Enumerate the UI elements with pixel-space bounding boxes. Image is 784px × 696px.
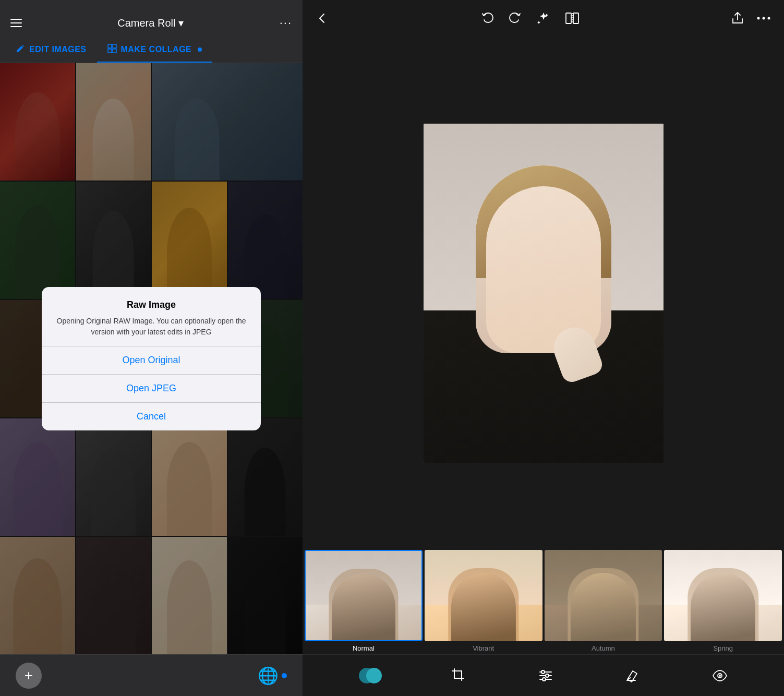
right-header-center [477,8,583,29]
raw-image-dialog: Raw Image Opening Original RAW Image. Yo… [42,287,261,430]
right-bottom-toolbar [303,654,784,696]
filter-normal-label: Normal [353,641,375,654]
make-collage-label: MAKE COLLAGE [121,45,192,54]
svg-point-18 [719,675,721,677]
dialog-overlay: Raw Image Opening Original RAW Image. Yo… [0,63,303,654]
svg-point-8 [763,17,765,20]
svg-point-13 [541,670,545,674]
left-panel: Camera Roll ▾ ··· EDIT IMAGES [0,0,303,696]
filter-vibrant-label: Vibrant [473,641,494,654]
left-bottom-bar: + 🌐 [0,654,303,696]
svg-rect-0 [108,44,112,48]
open-jpeg-button[interactable]: Open JPEG [42,375,261,403]
svg-rect-1 [113,44,116,48]
filter-vibrant[interactable]: Vibrant [425,550,542,654]
svg-point-7 [757,17,760,20]
globe-icon: 🌐 [258,666,279,686]
open-original-button[interactable]: Open Original [42,346,261,375]
svg-rect-2 [108,49,112,53]
edit-icon [16,44,25,55]
undo-button[interactable] [477,8,497,28]
eraser-icon [625,668,641,683]
teal-circles-icon [359,665,380,686]
add-button[interactable]: + [16,663,42,689]
dialog-buttons: Open Original Open JPEG Cancel [42,346,261,430]
filter-spring[interactable]: Spring [664,550,782,654]
filter-normal[interactable]: Normal [305,550,423,654]
svg-point-14 [546,674,549,677]
filter-thumb-autumn [545,550,662,641]
right-header-left [313,9,332,28]
tab-make-collage[interactable]: MAKE COLLAGE [97,37,213,63]
main-image-area [303,37,784,550]
filter-strip: Normal Vibrant Autumn Spring [303,550,784,654]
compare-button[interactable] [562,8,583,29]
tab-edit-images[interactable]: EDIT IMAGES [5,37,97,63]
erase-tool-button[interactable] [621,664,645,688]
sliders-icon [538,668,553,683]
filter-autumn[interactable]: Autumn [545,550,662,654]
right-header-right [728,8,774,28]
adjust-tool-button[interactable] [534,664,558,688]
more-options-button[interactable]: ··· [280,16,292,30]
main-photo [424,124,664,463]
view-tool-button[interactable] [708,664,732,688]
magic-button[interactable] [534,8,553,28]
dialog-content: Raw Image Opening Original RAW Image. Yo… [42,287,261,346]
share-button[interactable] [728,8,747,28]
collage-dot [198,47,202,52]
redo-button[interactable] [505,8,525,28]
svg-point-15 [542,678,546,681]
tab-bar: EDIT IMAGES MAKE COLLAGE [0,37,303,63]
crop-tool-button[interactable] [447,664,471,688]
photo-grid: Raw Image Opening Original RAW Image. Yo… [0,63,303,654]
edit-images-label: EDIT IMAGES [29,45,87,54]
more-options-right-button[interactable] [754,13,774,23]
crop-icon [451,668,467,683]
filter-autumn-label: Autumn [592,641,615,654]
eye-icon [712,668,728,683]
dialog-title: Raw Image [52,299,250,310]
cancel-button[interactable]: Cancel [42,403,261,430]
globe-dot [282,673,287,678]
globe-button[interactable]: 🌐 [258,666,287,686]
right-panel: Normal Vibrant Autumn Spring [303,0,784,696]
collage-icon [107,44,117,55]
filter-thumb-spring [664,550,782,641]
svg-rect-4 [566,13,571,23]
svg-rect-5 [573,13,578,23]
color-tool-button[interactable] [355,661,384,690]
svg-rect-3 [113,49,116,53]
camera-roll-title[interactable]: Camera Roll ▾ [117,17,184,29]
back-button[interactable] [313,9,332,28]
svg-point-9 [768,17,770,20]
filter-spring-label: Spring [713,641,733,654]
filter-thumb-vibrant [425,550,542,641]
hamburger-menu[interactable] [10,19,22,27]
left-header: Camera Roll ▾ ··· [0,0,303,37]
filter-thumb-normal [305,550,423,641]
right-header [303,0,784,37]
chevron-down-icon: ▾ [178,17,184,29]
dialog-message: Opening Original RAW Image. You can opti… [52,316,250,338]
